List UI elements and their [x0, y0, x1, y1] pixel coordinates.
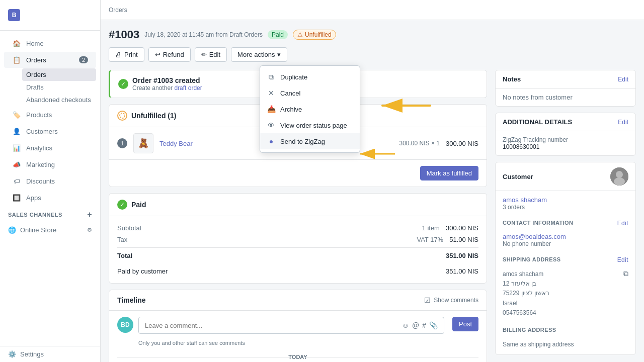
sidebar-item-discounts-label: Discounts [26, 177, 55, 185]
breadcrumb-orders-link[interactable]: Orders [109, 7, 127, 14]
order-number: #1003 [109, 28, 139, 41]
billing-content: Same as shipping address [503, 340, 628, 349]
customer-title: Customer [503, 173, 533, 180]
sidebar-item-drafts[interactable]: Drafts [22, 81, 96, 94]
customer-name-link[interactable]: amos shacham [503, 196, 628, 204]
online-store-settings-icon[interactable]: ⚙ [87, 227, 92, 233]
sales-channels-header: SALES CHANNELS + [0, 206, 100, 223]
dropdown-duplicate-label: Duplicate [280, 73, 307, 81]
svg-point-4 [614, 177, 625, 186]
paid-title: Paid [131, 201, 146, 209]
sidebar-item-home-label: Home [26, 40, 44, 47]
attachment-icon[interactable]: 📎 [429, 321, 438, 329]
edit-label: Edit [209, 51, 220, 58]
dropdown-item-duplicate[interactable]: ⧉ Duplicate [260, 69, 360, 85]
sidebar-item-orders-main[interactable]: Orders [22, 68, 96, 81]
comment-input-box[interactable]: ☺ @ # 📎 [138, 317, 444, 334]
add-sales-channel-button[interactable]: + [87, 210, 92, 219]
apps-icon: 🔲 [12, 193, 21, 202]
dropdown-item-send-zigzag[interactable]: ● Send to ZigZag [260, 133, 360, 149]
sidebar-item-online-store[interactable]: 🌐 Online Store ⚙ [0, 223, 100, 237]
unfulfilled-icon [117, 111, 127, 121]
sidebar-item-settings[interactable]: ⚙️ Settings [0, 346, 100, 362]
refund-icon: ↩ [155, 51, 160, 58]
sidebar-item-products[interactable]: 🏷️ Products [4, 107, 96, 123]
contact-email-link[interactable]: amos@boaideas.com [503, 233, 628, 240]
customer-orders: 3 orders [503, 204, 628, 211]
content-area: #1003 July 18, 2020 at 11:45 am from Dra… [101, 20, 644, 362]
draft-order-link[interactable]: draft order [174, 84, 202, 92]
sidebar-item-home[interactable]: 🏠 Home [4, 35, 96, 51]
contact-edit-link[interactable]: Edit [617, 220, 628, 227]
show-comments-toggle[interactable]: ☑ Show comments [424, 296, 478, 304]
order-date: July 18, 2020 at 11:45 am from Draft Ord… [144, 31, 263, 38]
create-sub-text: Create another [132, 84, 173, 92]
chevron-down-icon: ▾ [277, 51, 281, 58]
item-unit-price: 300.00 NIS [399, 140, 430, 147]
discounts-icon: 🏷 [12, 176, 21, 186]
orders-main-label: Orders [26, 71, 46, 78]
sidebar-item-apps-label: Apps [26, 194, 41, 202]
notes-body: No notes from customer [496, 88, 635, 106]
comment-field[interactable] [145, 322, 399, 329]
sidebar-item-orders[interactable]: 📋 Orders 2 [4, 52, 96, 68]
sidebar-item-analytics-label: Analytics [26, 144, 52, 152]
copy-address-icon[interactable]: ⧉ [623, 269, 628, 278]
orders-badge: 2 [79, 56, 88, 63]
sidebar-item-apps[interactable]: 🔲 Apps [4, 190, 96, 206]
contact-phone: No phone number [503, 240, 628, 247]
hashtag-icon[interactable]: # [422, 321, 426, 329]
sidebar-item-discounts[interactable]: 🏷 Discounts [4, 173, 96, 189]
shipping-body: ⧉ amos shacham בן אליעזר 12 75229 ראשון … [496, 264, 635, 323]
print-button[interactable]: 🖨 Print [109, 47, 144, 62]
mention-icon[interactable]: @ [412, 321, 419, 329]
tracking-label: ZigZag Tracking number [503, 136, 628, 143]
show-comments-label: Show comments [434, 297, 478, 304]
duplicate-icon: ⧉ [267, 73, 275, 81]
comment-area: BD ☺ @ # 📎 Post [109, 311, 487, 340]
order-side-column: Notes Edit No notes from customer ADDITI… [495, 70, 636, 362]
dropdown-item-archive[interactable]: 📥 Archive [260, 101, 360, 117]
timeline-title: Timeline [117, 296, 146, 304]
shipping-edit-link[interactable]: Edit [617, 256, 628, 263]
item-total: 300.00 NIS [446, 140, 478, 147]
total-label: Total [117, 252, 132, 259]
sales-channels-label: SALES CHANNELS [8, 212, 62, 218]
svg-point-1 [120, 113, 125, 118]
dropdown-item-cancel[interactable]: ✕ Cancel [260, 85, 360, 101]
dropdown-item-view-status[interactable]: 👁 View order status page [260, 117, 360, 133]
comment-toolbar: ☺ @ # 📎 [402, 321, 438, 329]
tax-label: Tax [117, 236, 127, 243]
shipping-phone: 0547563564 [503, 308, 628, 318]
orders-icon: 📋 [12, 55, 21, 64]
item-price: 300.00 NIS × 1 [399, 140, 440, 147]
sidebar-item-marketing[interactable]: 📣 Marketing [4, 156, 96, 172]
order-header: #1003 July 18, 2020 at 11:45 am from Dra… [109, 28, 636, 41]
notes-edit-link[interactable]: Edit [618, 76, 628, 83]
refund-button[interactable]: ↩ Refund [148, 47, 191, 62]
item-image: 🧸 [133, 133, 153, 153]
tax-row: Tax VAT 17% 51.00 NIS [117, 234, 478, 245]
more-actions-button[interactable]: More actions ▾ [231, 47, 287, 62]
today-label: TODAY [288, 354, 307, 360]
sidebar-item-abandoned[interactable]: Abandoned checkouts [22, 94, 96, 106]
emoji-icon[interactable]: ☺ [402, 321, 409, 329]
shipping-line1: בן אליעזר 12 [503, 279, 628, 289]
sidebar-item-customers[interactable]: 👤 Customers [4, 123, 96, 139]
additional-details-edit-link[interactable]: Edit [618, 119, 628, 126]
billing-body: Same as shipping address [496, 335, 635, 354]
total-row: Total 351.00 NIS [117, 247, 478, 261]
post-button[interactable]: Post [452, 317, 478, 331]
paid-body: Subtotal 1 item 300.00 NIS Tax VAT 17% 5… [109, 216, 487, 283]
total-value: 351.00 NIS [446, 252, 478, 259]
timeline-card: Timeline ☑ Show comments BD ☺ @ [109, 290, 487, 362]
sidebar-item-analytics[interactable]: 📊 Analytics [4, 140, 96, 156]
additional-details-header: ADDITIONAL DETAILS Edit [496, 113, 635, 131]
home-icon: 🏠 [12, 39, 21, 48]
sidebar-item-customers-label: Customers [26, 128, 58, 135]
subtotal-value: 300.00 NIS [446, 224, 478, 232]
edit-button[interactable]: ✏ Edit [195, 47, 227, 62]
sidebar-item-products-label: Products [26, 111, 52, 119]
mark-fulfilled-button[interactable]: Mark as fulfilled [420, 166, 478, 180]
main-content: Orders #1003 July 18, 2020 at 11:45 am f… [101, 0, 644, 362]
